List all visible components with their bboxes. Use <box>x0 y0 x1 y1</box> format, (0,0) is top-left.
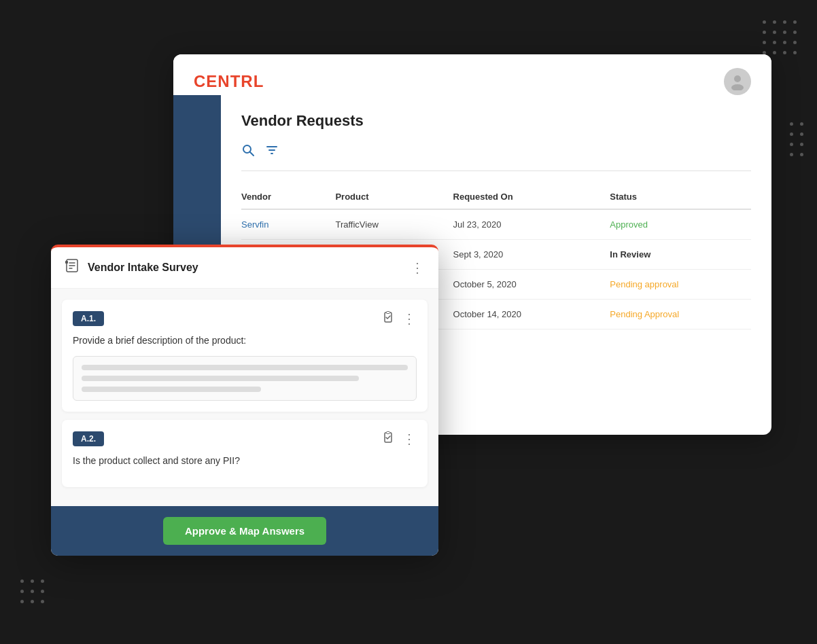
approve-map-answers-button[interactable]: Approve & Map Answers <box>163 517 326 545</box>
col-requested-on: Requested On <box>453 192 610 202</box>
survey-footer: Approve & Map Answers <box>51 506 438 556</box>
cell-date: October 5, 2020 <box>453 279 610 289</box>
dot-decoration-bottom-left <box>20 579 44 603</box>
col-vendor: Vendor <box>241 192 335 202</box>
question-header-2: A.2. ⋮ <box>73 431 417 447</box>
cell-product: TrafficView <box>335 219 453 230</box>
page-title: Vendor Requests <box>241 112 751 130</box>
answer-line <box>82 376 359 381</box>
survey-title: Vendor Intake Survey <box>88 262 198 274</box>
question-card-2: A.2. ⋮ Is the product collect and store … <box>62 420 428 487</box>
cell-status: Approved <box>610 219 751 230</box>
window-header: CENTRL <box>173 54 771 95</box>
clipboard-check-icon-2[interactable] <box>382 431 394 447</box>
question-text-1: Provide a brief description of the produ… <box>73 334 417 348</box>
search-icon[interactable] <box>241 143 255 160</box>
clipboard-check-icon[interactable] <box>382 311 394 327</box>
question-actions-2: ⋮ <box>382 431 417 447</box>
svg-rect-10 <box>387 311 390 313</box>
svg-line-3 <box>250 152 254 156</box>
survey-menu-button[interactable]: ⋮ <box>411 260 425 276</box>
table-row: Servfin TrafficView Jul 23, 2020 Approve… <box>241 210 751 240</box>
cell-status: In Review <box>610 249 751 260</box>
cell-vendor[interactable]: Servfin <box>241 219 335 230</box>
cell-status: Pending approval <box>610 279 751 289</box>
svg-point-0 <box>734 75 741 82</box>
question-header-1: A.1. ⋮ <box>73 310 417 327</box>
filter-icon[interactable] <box>265 143 279 160</box>
question-badge-2: A.2. <box>73 431 104 446</box>
dot-decoration-top-right <box>763 20 797 54</box>
question-badge-1: A.1. <box>73 311 104 326</box>
centrl-logo: CENTRL <box>194 72 264 91</box>
avatar[interactable] <box>724 68 751 95</box>
col-status: Status <box>610 192 751 202</box>
cell-date: Jul 23, 2020 <box>453 219 610 230</box>
svg-point-1 <box>731 84 744 90</box>
question-menu-button-2[interactable]: ⋮ <box>402 431 417 447</box>
question-menu-button-1[interactable]: ⋮ <box>402 310 417 327</box>
cell-date: Sept 3, 2020 <box>453 249 610 260</box>
toolbar <box>241 143 751 171</box>
answer-area-1 <box>73 356 417 401</box>
survey-list-icon <box>65 258 80 277</box>
svg-rect-12 <box>387 431 390 433</box>
survey-body: A.1. ⋮ Provide a brief description of th… <box>51 289 438 506</box>
question-card-1: A.1. ⋮ Provide a brief description of th… <box>62 300 428 412</box>
survey-card: Vendor Intake Survey ⋮ A.1. ⋮ <box>51 245 438 556</box>
table-header: Vendor Product Requested On Status <box>241 185 751 210</box>
survey-header: Vendor Intake Survey ⋮ <box>51 247 438 289</box>
survey-header-left: Vendor Intake Survey <box>65 258 198 277</box>
question-text-2: Is the product collect and store any PII… <box>73 454 417 468</box>
question-actions-1: ⋮ <box>382 310 417 327</box>
cell-status: Pending Approval <box>610 309 751 319</box>
svg-rect-8 <box>65 261 68 264</box>
dot-decoration-mid-right <box>790 122 803 156</box>
answer-line <box>82 365 408 370</box>
col-product: Product <box>335 192 453 202</box>
answer-line <box>82 387 261 392</box>
cell-date: October 14, 2020 <box>453 309 610 319</box>
